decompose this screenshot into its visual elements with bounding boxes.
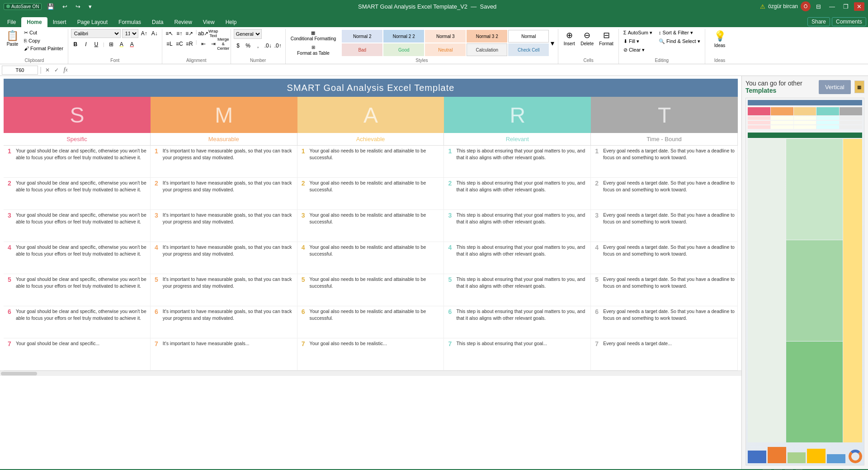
cell-t-7[interactable]: 7Every goal needs a target date... — [591, 338, 738, 370]
cell-s-7[interactable]: 7Your goal should be clear and specific.… — [4, 338, 151, 370]
cell-r-7[interactable]: 7This step is about ensuring that your g… — [444, 338, 591, 370]
cell-a-3[interactable]: 3Your goal also needs to be realistic an… — [297, 210, 444, 242]
cell-s-1[interactable]: 1Your goal should be clear and specific,… — [4, 146, 151, 177]
underline-button[interactable]: U — [92, 40, 101, 49]
style-normal32[interactable]: Normal 3 2 — [467, 30, 507, 43]
style-calculation[interactable]: Calculation — [467, 43, 507, 56]
wrap-text-btn[interactable]: Wrap Text — [209, 29, 218, 38]
customize-btn[interactable]: ▾ — [86, 2, 94, 11]
formula-input[interactable] — [71, 66, 866, 75]
font-size-select[interactable]: 11 — [122, 29, 138, 38]
cell-t-5[interactable]: 5Every goal needs a target date. So that… — [591, 274, 738, 306]
undo-btn[interactable]: ↩ — [60, 2, 70, 11]
format-painter-button[interactable]: 🖌 Format Painter — [22, 45, 65, 52]
cell-s-5[interactable]: 5Your goal should be clear and specific,… — [4, 274, 151, 306]
cell-r-6[interactable]: 6This step is about ensuring that your g… — [444, 306, 591, 338]
fill-color-button[interactable]: A — [117, 40, 126, 49]
align-right-btn[interactable]: ≡R — [185, 39, 194, 48]
style-neutral[interactable]: Neutral — [425, 43, 466, 56]
style-normal3[interactable]: Normal 3 — [425, 30, 466, 43]
insert-cells-btn[interactable]: ⊕ Insert — [561, 29, 577, 47]
redo-btn[interactable]: ↪ — [73, 2, 83, 11]
fill-btn[interactable]: ⬇ Fill ▾ — [622, 38, 654, 45]
cell-t-1[interactable]: 1Every goal needs a target date. So that… — [591, 146, 738, 177]
cell-r-2[interactable]: 2This step is about ensuring that your g… — [444, 178, 591, 209]
ideas-btn[interactable]: 💡 Ideas — [712, 29, 728, 49]
share-btn[interactable]: Share — [807, 17, 830, 26]
confirm-formula-btn[interactable]: ✓ — [52, 66, 61, 74]
style-bad[interactable]: Bad — [342, 43, 382, 56]
italic-button[interactable]: I — [81, 40, 90, 49]
comments-btn[interactable]: Comments — [832, 17, 866, 26]
tab-file[interactable]: File — [2, 17, 21, 27]
tab-home[interactable]: Home — [21, 17, 47, 27]
style-normal[interactable]: Normal — [508, 30, 549, 43]
cell-r-1[interactable]: 1This step is about ensuring that your g… — [444, 146, 591, 177]
cell-a-4[interactable]: 4Your goal also needs to be realistic an… — [297, 242, 444, 274]
align-left-btn[interactable]: ≡L — [165, 39, 174, 48]
increase-decimal-btn[interactable]: .0↑ — [274, 41, 283, 50]
cell-m-3[interactable]: 3It's important to have measurable goals… — [151, 210, 297, 242]
tab-insert[interactable]: Insert — [47, 17, 72, 27]
find-select-btn[interactable]: 🔍 Find & Select ▾ — [657, 38, 702, 45]
cell-a-7[interactable]: 7Your goal also needs to be realistic... — [297, 338, 444, 370]
styles-scroll-btn[interactable]: ▾ — [550, 38, 555, 48]
copy-button[interactable]: ⎘ Copy — [22, 37, 65, 44]
cell-s-2[interactable]: 2Your goal should be clear and specific,… — [4, 178, 151, 209]
style-good[interactable]: Good — [383, 43, 424, 56]
tab-help[interactable]: Help — [220, 17, 242, 27]
save-quick-btn[interactable]: 💾 — [44, 2, 57, 11]
autosum-btn[interactable]: Σ AutoSum ▾ — [622, 29, 654, 37]
cell-a-2[interactable]: 2Your goal also needs to be realistic an… — [297, 178, 444, 209]
scroll-thumb[interactable] — [1, 372, 37, 375]
decrease-font-btn[interactable]: A↓ — [150, 29, 159, 38]
cancel-formula-btn[interactable]: ✕ — [43, 66, 52, 74]
border-button[interactable]: ⊞ — [107, 40, 116, 49]
format-cells-btn[interactable]: ⊟ Format — [597, 29, 616, 47]
font-color-button[interactable]: A — [127, 40, 137, 49]
sort-filter-btn[interactable]: ↕ Sort & Filter ▾ — [657, 29, 702, 37]
cell-m-7[interactable]: 7It's important to have measurable goals… — [151, 338, 297, 370]
minimize-btn[interactable]: — — [826, 2, 838, 11]
horizontal-scrollbar[interactable] — [0, 370, 741, 376]
cell-t-4[interactable]: 4Every goal needs a target date. So that… — [591, 242, 738, 274]
maximize-btn[interactable]: ❐ — [840, 2, 851, 11]
align-top-left-btn[interactable]: ≡↖ — [165, 29, 174, 38]
conditional-formatting-btn[interactable]: ▦ Conditional Formatting — [288, 29, 339, 43]
number-format-select[interactable]: General — [234, 29, 262, 39]
tab-view[interactable]: View — [198, 17, 220, 27]
tab-formulas[interactable]: Formulas — [113, 17, 146, 27]
clear-btn[interactable]: ⊘ Clear ▾ — [622, 46, 654, 54]
cell-a-1[interactable]: 1Your goal also needs to be realistic an… — [297, 146, 444, 177]
cell-r-3[interactable]: 3This step is about ensuring that your g… — [444, 210, 591, 242]
cell-r-4[interactable]: 4This step is about ensuring that your g… — [444, 242, 591, 274]
cell-m-5[interactable]: 5It's important to have measurable goals… — [151, 274, 297, 306]
cell-a-6[interactable]: 6Your goal also needs to be realistic an… — [297, 306, 444, 338]
decrease-indent-btn[interactable]: ⇤ — [199, 39, 208, 48]
currency-btn[interactable]: $ — [234, 41, 243, 50]
cell-m-2[interactable]: 2It's important to have measurable goals… — [151, 178, 297, 209]
delete-cells-btn[interactable]: ⊖ Delete — [578, 29, 596, 47]
format-table-btn[interactable]: ⊞ Format as Table — [288, 43, 339, 57]
close-btn[interactable]: ✕ — [854, 2, 864, 11]
style-normal2[interactable]: Normal 2 — [342, 30, 382, 43]
style-check-cell[interactable]: Check Cell — [508, 43, 549, 56]
bold-button[interactable]: B — [71, 40, 80, 49]
cell-t-2[interactable]: 2Every goal needs a target date. So that… — [591, 178, 738, 209]
cell-m-4[interactable]: 4It's important to have measurable goals… — [151, 242, 297, 274]
merge-center-btn[interactable]: Merge & Center — [219, 39, 228, 48]
cell-s-6[interactable]: 6Your goal should be clear and specific,… — [4, 306, 151, 338]
insert-function-btn[interactable]: fx — [61, 66, 70, 74]
cell-t-6[interactable]: 6Every goal needs a target date. So that… — [591, 306, 738, 338]
paste-button[interactable]: 📋 Paste — [4, 29, 21, 48]
name-box[interactable] — [2, 66, 38, 75]
cut-button[interactable]: ✂ Cut — [22, 29, 65, 37]
tab-review[interactable]: Review — [169, 17, 197, 27]
comma-btn[interactable]: , — [254, 41, 263, 50]
cell-s-3[interactable]: 3Your goal should be clear and specific,… — [4, 210, 151, 242]
cell-r-5[interactable]: 5This step is about ensuring that your g… — [444, 274, 591, 306]
align-center-btn[interactable]: ≡C — [175, 39, 184, 48]
autosave-badge[interactable]: AutoSave ON — [4, 3, 42, 10]
cell-m-6[interactable]: 6It's important to have measurable goals… — [151, 306, 297, 338]
cell-s-4[interactable]: 4Your goal should be clear and specific,… — [4, 242, 151, 274]
